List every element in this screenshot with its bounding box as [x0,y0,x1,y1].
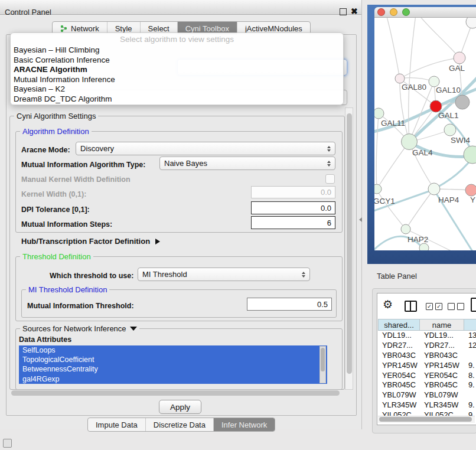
select-all-icon[interactable]: ✓✓ [426,303,442,310]
table-row[interactable]: YDL19... YDL19... 13 [378,331,476,341]
which-threshold-value: MI Threshold [142,270,299,279]
combo-arrows-icon [302,272,305,278]
table-row[interactable]: YLR345W YLR345W 9. [378,400,476,410]
node-label: GCY1 [374,197,395,206]
mi-steps-label: Mutual Information Steps: [21,220,112,229]
mi-type-label: Mutual Information Algorithm Type: [21,161,145,169]
network-node-hap2[interactable] [401,224,410,234]
close-traffic-light[interactable] [377,8,385,16]
table-row[interactable]: YBL079W YBL079W [378,390,476,400]
algorithm-dropdown-list: Bayesian – Hill Climbing Basic Correlati… [12,45,341,104]
table-row[interactable]: YBR045C YBR045C 9. [378,380,476,390]
mi-type-combo[interactable]: Naive Bayes [159,156,335,170]
data-attributes-label: Data Attributes [19,335,71,344]
combo-arrows-icon [327,146,331,152]
algorithm-definition-legend: Algorithm Definition [20,127,92,136]
data-attributes-list: SelfLoops TopologicalCoefficient Between… [19,345,327,384]
manual-kernel-label: Manual Kernel Width Definition [21,175,131,184]
table-row[interactable]: YPR145W YPR145W 9. [378,361,476,371]
network-window-titlebar[interactable] [374,7,476,18]
manual-kernel-checkbox[interactable] [325,174,335,184]
which-threshold-combo[interactable]: MI Threshold [138,268,310,281]
network-node-gal4[interactable] [402,134,418,150]
network-node[interactable] [464,146,476,164]
network-node-gal80[interactable] [395,74,405,83]
table-horizontal-scrollbar[interactable] [378,416,475,423]
kernel-width-field[interactable]: 0.0 [251,186,335,198]
settings-vertical-scrollbar[interactable] [345,107,353,390]
sources-legend[interactable]: Sources for Network Inference [20,324,139,333]
table-row[interactable]: YER054C YER054C 8. [378,371,476,381]
tab-impute-data[interactable]: Impute Data [88,418,145,431]
deselect-all-icon[interactable] [448,303,464,310]
kernel-width-label: Kernel Width (0,1): [21,190,86,198]
node-label: GAL [449,64,465,73]
float-window-icon[interactable] [340,8,347,15]
algorithm-option[interactable]: Basic Correlation Inference [12,56,341,66]
node-label: HAP4 [438,195,459,204]
attribute-list-item[interactable]: TopologicalCoefficient [19,355,327,364]
collapsed-panel-icon[interactable] [3,439,12,448]
scrollbar-thumb[interactable] [347,113,352,374]
network-svg: GALGAL80GAL10GAL1GAL11SWI4GAL4HAP4YGCY1H… [374,18,476,250]
tab-discretize-data[interactable]: Discretize Data [145,418,213,431]
sources-legend-label: Sources for Network Inference [22,324,126,333]
column-header-shared-name[interactable]: shared... [378,319,420,331]
mi-steps-field[interactable]: 6 [251,216,335,229]
algorithm-option[interactable]: Bayesian – K2 [12,84,341,94]
gear-icon[interactable]: ⚙ [383,298,393,311]
splitter-handle-icon[interactable] [359,217,362,222]
attribute-list-item[interactable]: SelfLoops [19,345,327,355]
document-icon[interactable] [471,298,476,312]
algorithm-option[interactable]: Bayesian – Hill Climbing [12,45,341,56]
hub-definition-toggle[interactable]: Hub/Transcription Factor Definition [21,237,160,246]
network-node-gal1[interactable] [430,100,442,112]
network-node-gal11[interactable] [374,108,384,119]
tab-infer-network[interactable]: Infer Network [213,418,275,431]
network-node-gcy1[interactable] [374,184,382,194]
algorithm-option[interactable]: Mutual Information Inference [12,75,341,85]
columns-icon[interactable] [405,301,417,312]
aracne-mode-combo[interactable]: Discovery [76,142,335,155]
node-label: GAL4 [412,148,433,157]
algorithm-option[interactable]: ARACNE Algorithm [12,65,341,75]
minimize-traffic-light[interactable] [390,8,397,16]
network-node[interactable] [466,18,476,28]
aracne-mode-label: Aracne Mode: [21,146,70,154]
column-header-partial[interactable]: A [464,319,476,331]
zoom-traffic-light[interactable] [402,8,410,16]
dpi-tolerance-field[interactable]: 0.0 [251,201,335,214]
network-node-y[interactable] [465,184,476,196]
network-node[interactable] [419,243,429,250]
settings-horizontal-scrollbar[interactable] [10,390,344,397]
network-canvas[interactable]: GALGAL80GAL10GAL1GAL11SWI4GAL4HAP4YGCY1H… [374,18,476,250]
network-node-swi4[interactable] [444,124,456,136]
column-header-name[interactable]: name [420,319,464,331]
network-node[interactable] [455,95,470,109]
mi-threshold-legend: MI Threshold Definition [26,285,109,294]
collapse-down-icon [130,327,137,331]
mi-threshold-label: Mutual Information Threshold: [27,302,134,310]
node-label: SWI4 [451,136,470,145]
node-label: GAL1 [438,111,459,120]
attribute-list-scrollbar[interactable] [319,346,326,383]
aracne-mode-value: Discovery [80,144,325,153]
table-row[interactable]: YBR043C YBR043C [378,351,476,361]
algorithm-option[interactable]: Dream8 DC_TDC Algorithm [12,94,341,105]
node-label: Y [470,195,475,204]
expand-right-icon [155,239,160,244]
network-node-gal[interactable] [454,52,465,64]
table-row[interactable]: YDR27... YDR27... 12 [378,341,476,351]
node-label: GAL10 [436,86,461,94]
node-label: GAL11 [381,119,405,128]
mi-threshold-field[interactable]: 0.5 [247,298,332,311]
scrollbar-thumb[interactable] [379,417,472,422]
attribute-list-item[interactable]: gal4RGexp [19,374,327,384]
apply-button[interactable]: Apply [159,400,201,414]
close-icon[interactable]: ✖ [351,6,358,16]
network-node-hap4[interactable] [428,183,440,195]
combo-arrows-icon [327,161,331,167]
node-label: GAL80 [402,83,426,92]
attribute-list-item[interactable]: BetweennessCentrality [19,364,327,374]
scrollbar-thumb[interactable] [11,390,340,396]
